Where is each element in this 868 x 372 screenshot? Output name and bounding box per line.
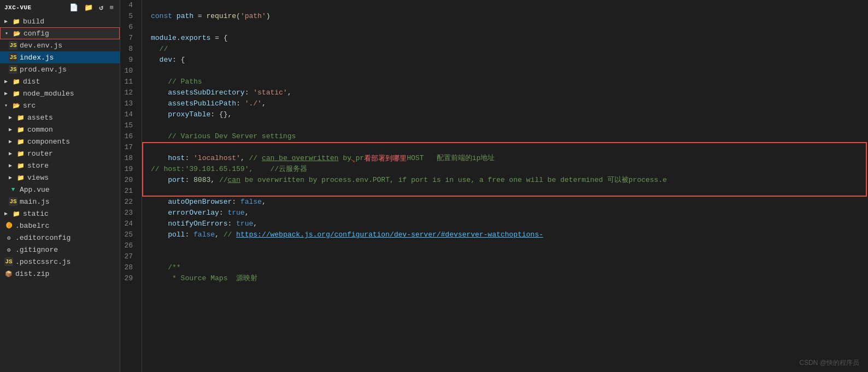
arrow-icon: ▶ (4, 210, 11, 217)
arrow-icon: ▶ (9, 114, 15, 121)
code-line: errorOverlay : true , (151, 208, 868, 219)
folder-icon: 📂 (12, 101, 21, 110)
sidebar-item-dev-env[interactable]: JS dev.env.js (0, 39, 120, 51)
js-file-icon: JS (9, 41, 17, 50)
line-num: 4 (120, 0, 137, 11)
code-content: const path = require ( 'path' ) module .… (142, 0, 868, 372)
code-line: // Various Dev Server settings (151, 131, 868, 142)
line-num: 26 (120, 240, 137, 251)
code-line (151, 142, 868, 153)
sidebar-item-label: assets (27, 114, 53, 122)
line-num: 25 (120, 229, 137, 240)
arrow-icon: ▶ (9, 162, 15, 169)
code-line: autoOpenBrowser : false , (151, 197, 868, 208)
line-num: 7 (120, 33, 137, 44)
sidebar-item-editorconfig[interactable]: ⚙ .editorconfig (0, 232, 120, 244)
folder-icon: 📁 (16, 161, 25, 170)
line-num: 22 (120, 197, 137, 208)
line-num: 10 (120, 66, 137, 76)
app-title: JXC-VUE (4, 4, 32, 11)
arrow-icon: ▾ (4, 102, 11, 109)
line-num: 11 (120, 76, 137, 87)
sidebar-item-label: App.vue (20, 186, 50, 194)
line-num: 13 (120, 98, 137, 109)
arrow-icon: ▶ (9, 126, 15, 133)
line-num: 27 (120, 251, 137, 262)
sidebar-item-components[interactable]: ▶ 📁 components (0, 135, 120, 147)
sidebar-item-label: .babelrc (15, 222, 49, 230)
sidebar-item-label: static (23, 210, 49, 218)
collapse-icon[interactable]: ≡ (108, 3, 115, 13)
folder-icon: 📁 (16, 137, 25, 146)
sidebar-item-label: store (27, 162, 49, 170)
sidebar-item-router[interactable]: ▶ 📁 router (0, 147, 120, 160)
sidebar-item-config[interactable]: ▾ 📂 config (0, 27, 120, 39)
line-num: 17 (120, 142, 137, 153)
sidebar-item-label: dist.zip (15, 270, 49, 278)
zip-icon: 📦 (4, 269, 13, 278)
js-file-icon: JS (9, 197, 17, 206)
arrow-icon: ▶ (4, 90, 11, 97)
vue-file-icon: ▼ (9, 185, 17, 194)
sidebar-item-label: build (23, 17, 44, 26)
arrow-icon: ▾ (5, 30, 11, 37)
sidebar-item-src[interactable]: ▾ 📂 src (0, 99, 120, 111)
sidebar-item-label: main.js (20, 198, 50, 206)
config-icon: ⚙ (4, 245, 13, 254)
sidebar-item-babelrc[interactable]: 🅑 .babelrc (0, 220, 120, 232)
line-num: 6 (120, 22, 137, 33)
code-line (151, 120, 868, 131)
sidebar-item-store[interactable]: ▶ 📁 store (0, 160, 120, 172)
sidebar-item-postcssrc[interactable]: JS .postcssrc.js (0, 256, 120, 268)
sidebar-item-views[interactable]: ▶ 📁 views (0, 172, 120, 184)
line-num: 24 (120, 219, 137, 229)
line-num: 14 (120, 109, 137, 120)
sidebar-item-label: node_modules (23, 90, 74, 98)
sidebar-item-index-js[interactable]: JS index.js (0, 51, 120, 63)
sidebar-item-label: src (23, 102, 36, 110)
sidebar-item-label: components (27, 138, 70, 146)
line-num: 12 (120, 87, 137, 98)
arrow-icon: ▶ (4, 78, 11, 85)
code-container: 4 5 6 7 8 9 10 11 12 13 14 15 16 17 18 1… (120, 0, 868, 372)
code-line: module . exports = { (151, 33, 868, 44)
sidebar-item-main-js[interactable]: JS main.js (0, 196, 120, 208)
sidebar-item-app-vue[interactable]: ▼ App.vue (0, 184, 120, 196)
js-file-icon: JS (9, 53, 17, 62)
new-folder-icon[interactable]: 📁 (83, 2, 95, 13)
folder-icon: 📁 (16, 113, 25, 122)
babel-icon: 🅑 (4, 221, 13, 230)
folder-icon: 📁 (16, 149, 25, 158)
line-num: 20 (120, 175, 137, 186)
code-line: const path = require ( 'path' ) (151, 11, 868, 22)
code-line: assetsSubDirectory : 'static' , (151, 87, 868, 98)
sidebar-item-node-modules[interactable]: ▶ 📁 node_modules (0, 87, 120, 99)
arrow-icon: ▶ (9, 138, 15, 145)
code-editor: 4 5 6 7 8 9 10 11 12 13 14 15 16 17 18 1… (120, 0, 868, 372)
line-num: 16 (120, 131, 137, 142)
code-line: // Paths (151, 76, 868, 87)
sidebar-item-assets[interactable]: ▶ 📁 assets (0, 111, 120, 123)
line-num: 9 (120, 55, 137, 66)
file-explorer: JXC-VUE 📄 📁 ↺ ≡ ▶ 📁 build ▾ 📂 config JS … (0, 0, 120, 372)
new-file-icon[interactable]: 📄 (68, 2, 80, 13)
folder-icon: 📁 (12, 17, 21, 26)
code-line-20: port : 8083 , //can be overwritten by pr… (151, 175, 868, 186)
sidebar-item-dist-zip[interactable]: 📦 dist.zip (0, 268, 120, 280)
sidebar-item-label: common (27, 126, 53, 134)
sidebar-item-gitignore[interactable]: ⚙ .gitignore (0, 244, 120, 256)
folder-icon: 📁 (12, 77, 21, 86)
code-line (151, 66, 868, 76)
sidebar-item-dist[interactable]: ▶ 📁 dist (0, 75, 120, 87)
code-line (151, 22, 868, 33)
sidebar-item-prod-env[interactable]: JS prod.env.js (0, 63, 120, 75)
code-line: poll : false , // https://webpack.js.org… (151, 229, 868, 240)
sidebar-item-common[interactable]: ▶ 📁 common (0, 123, 120, 135)
sidebar-item-label: router (27, 150, 53, 158)
folder-icon: 📁 (12, 89, 21, 98)
refresh-icon[interactable]: ↺ (98, 2, 105, 13)
sidebar-item-build[interactable]: ▶ 📁 build (0, 15, 120, 27)
sidebar-item-label: prod.env.js (20, 66, 67, 74)
folder-icon: 📁 (12, 209, 21, 218)
sidebar-item-static[interactable]: ▶ 📁 static (0, 208, 120, 220)
